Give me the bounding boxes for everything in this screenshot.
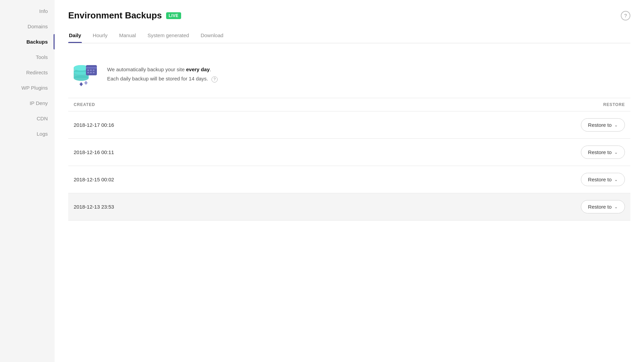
backup-date: 2018-12-15 00:02 (74, 177, 114, 182)
tab-system-generated[interactable]: System generated (147, 29, 190, 43)
info-line2: Each daily backup will be stored for 14 … (107, 74, 218, 83)
svg-rect-11 (87, 72, 89, 73)
sidebar: InfoDomainsBackupsToolsRedirectsWP Plugi… (0, 0, 55, 362)
backup-date: 2018-12-17 00:16 (74, 122, 114, 128)
table-row: 2018-12-16 00:11Restore to⌄ (68, 139, 630, 166)
chevron-down-icon: ⌄ (614, 177, 618, 182)
col-created-header: CREATED (74, 102, 95, 107)
restore-label: Restore to (588, 149, 612, 155)
help-icon[interactable]: ? (621, 11, 630, 20)
svg-rect-9 (90, 70, 92, 71)
info-help-icon[interactable]: ? (211, 76, 218, 82)
sidebar-item-ip-deny[interactable]: IP Deny (0, 95, 55, 111)
sidebar-item-tools[interactable]: Tools (0, 49, 55, 65)
sidebar-item-redirects[interactable]: Redirects (0, 65, 55, 80)
backup-date: 2018-12-13 23:53 (74, 204, 114, 210)
sidebar-item-info[interactable]: Info (0, 3, 55, 19)
table-row: 2018-12-15 00:02Restore to⌄ (68, 166, 630, 193)
backup-table: 2018-12-17 00:16Restore to⌄2018-12-16 00… (68, 111, 630, 221)
sidebar-item-logs[interactable]: Logs (0, 126, 55, 141)
svg-rect-7 (86, 67, 97, 69)
sidebar-item-backups[interactable]: Backups (0, 34, 55, 49)
svg-rect-10 (93, 70, 94, 71)
restore-to-button[interactable]: Restore to⌄ (581, 200, 625, 213)
svg-rect-13 (93, 72, 94, 73)
tab-manual[interactable]: Manual (118, 29, 136, 43)
svg-marker-14 (79, 82, 83, 86)
svg-rect-8 (87, 70, 89, 71)
tab-download[interactable]: Download (200, 29, 224, 43)
restore-label: Restore to (588, 204, 612, 210)
info-text: We automatically backup your site every … (107, 65, 218, 83)
live-badge: LIVE (166, 12, 181, 19)
restore-label: Restore to (588, 177, 612, 182)
page-header: Environment Backups LIVE ? (68, 10, 630, 21)
sidebar-item-domains[interactable]: Domains (0, 19, 55, 34)
main-content: Environment Backups LIVE ? DailyHourlyMa… (55, 0, 644, 362)
restore-to-button[interactable]: Restore to⌄ (581, 173, 625, 186)
restore-label: Restore to (588, 122, 612, 128)
col-restore-header: RESTORE (603, 102, 625, 107)
backup-illustration (68, 60, 99, 88)
tabs: DailyHourlyManualSystem generatedDownloa… (68, 29, 630, 43)
sidebar-item-wp-plugins[interactable]: WP Plugins (0, 80, 55, 95)
chevron-down-icon: ⌄ (614, 123, 618, 127)
chevron-down-icon: ⌄ (614, 150, 618, 155)
table-row: 2018-12-17 00:16Restore to⌄ (68, 111, 630, 139)
chevron-down-icon: ⌄ (614, 205, 618, 209)
svg-rect-12 (90, 72, 92, 73)
sidebar-item-cdn[interactable]: CDN (0, 111, 55, 126)
info-line1: We automatically backup your site every … (107, 65, 218, 74)
tab-daily[interactable]: Daily (68, 29, 82, 43)
page-title: Environment Backups (68, 10, 162, 21)
backup-date: 2018-12-16 00:11 (74, 149, 114, 155)
table-header: CREATED RESTORE (68, 98, 630, 111)
restore-to-button[interactable]: Restore to⌄ (581, 118, 625, 132)
info-section: We automatically backup your site every … (68, 54, 630, 98)
svg-marker-15 (84, 81, 88, 85)
restore-to-button[interactable]: Restore to⌄ (581, 146, 625, 159)
table-row: 2018-12-13 23:53Restore to⌄ (68, 193, 630, 221)
tab-hourly[interactable]: Hourly (92, 29, 108, 43)
title-area: Environment Backups LIVE (68, 10, 181, 21)
